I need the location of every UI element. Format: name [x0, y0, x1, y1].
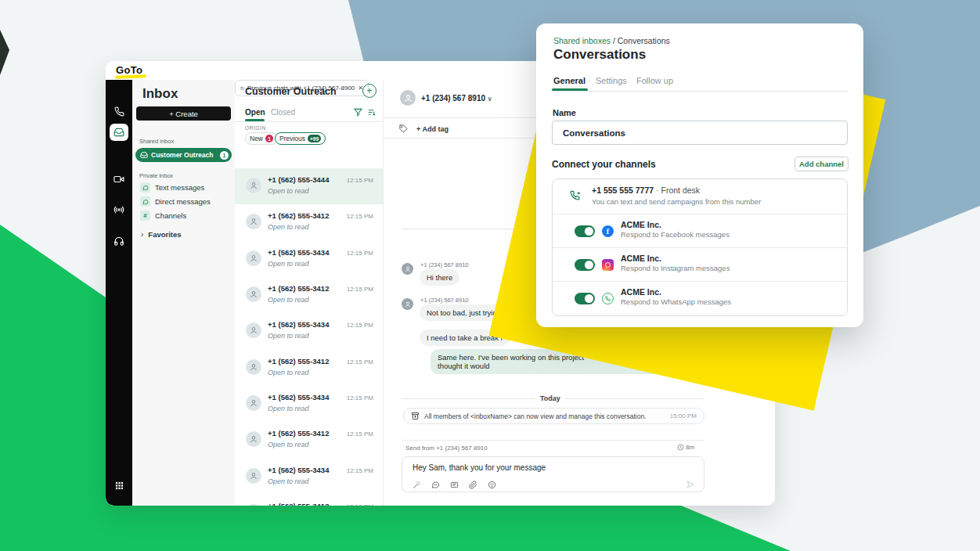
sidebar-item-direct-messages[interactable]: Direct messages: [140, 196, 211, 207]
conversation-list-item[interactable]: +1 (562) 555-3412 Open to read 12:15 PM: [235, 350, 383, 386]
origin-label: ORIGIN: [245, 125, 266, 131]
conversation-list-item[interactable]: +1 (562) 555-3412 Open to read 12:15 PM: [235, 422, 383, 458]
chip-new[interactable]: New 1: [245, 132, 278, 145]
meetings-icon[interactable]: [106, 169, 132, 189]
phone-icon[interactable]: [106, 101, 132, 121]
conversation-list-item[interactable]: +1 (562) 555-3434 Open to read 12:15 PM: [235, 386, 383, 422]
sidebar-item-text-messages[interactable]: Text messages: [140, 182, 204, 193]
name-label: Name: [553, 108, 576, 117]
contact-avatar: [246, 395, 261, 411]
nav-rail: »: [106, 80, 132, 506]
conversation-list-item[interactable]: +1 (562) 555-3412 Open to read 12:15 PM: [235, 204, 383, 240]
contact-avatar: [246, 286, 261, 302]
broadcast-icon[interactable]: [106, 200, 132, 220]
contact-avatar: [246, 468, 261, 484]
send-icon[interactable]: [686, 480, 695, 489]
phone-channel-description: You can text and send campaigns from thi…: [592, 197, 761, 206]
conversation-list-item[interactable]: +1 (562) 555-3434 Open to read 12:15 PM: [235, 313, 383, 349]
canned-response-icon[interactable]: [431, 481, 440, 489]
breadcrumb-separator: /: [613, 36, 615, 45]
conversation-list-item[interactable]: +1 (562) 555-3434 Open to read 12:15 PM: [235, 241, 383, 277]
tab-settings[interactable]: Settings: [596, 76, 627, 85]
tabs-divider: [235, 121, 383, 122]
app-grid-icon[interactable]: [106, 475, 132, 495]
message-sender: +1 (234) 567 8910: [420, 261, 469, 268]
message-avatar: [402, 263, 413, 275]
attachment-icon[interactable]: [469, 481, 477, 489]
facebook-channel-row: f ACME Inc. Respond to Facebook messages: [553, 214, 847, 248]
sort-icon[interactable]: [367, 108, 376, 117]
chip-previous[interactable]: Previous +99: [275, 132, 326, 145]
contact-avatar: [400, 90, 416, 106]
support-agent-icon[interactable]: [106, 231, 132, 251]
tabs-divider: [552, 91, 848, 92]
composer-toolbar: [413, 481, 496, 489]
message-sender: +1 (234) 567 8910: [420, 297, 469, 304]
facebook-icon: f: [602, 225, 614, 237]
channel-toggle-on[interactable]: [575, 225, 595, 237]
channel-toggle-on[interactable]: [575, 293, 595, 304]
date-divider-today: Today: [540, 394, 560, 402]
message-avatar: [402, 298, 413, 310]
name-input[interactable]: Conversations: [552, 121, 848, 145]
contact-avatar: [246, 214, 261, 229]
chat-contact-name[interactable]: +1 (234) 567 8910 ∨: [421, 94, 492, 103]
unread-badge: 1: [220, 151, 229, 160]
contact-avatar: [246, 431, 261, 447]
chat-icon: [140, 196, 150, 207]
system-message: All members of <inboxName> can now view …: [403, 408, 704, 424]
conversation-list-item[interactable]: +1 (562) 555-3412 Open to read 12:15 PM: [235, 277, 383, 313]
page-title: Conversations: [553, 47, 646, 63]
whatsapp-icon: [602, 293, 614, 304]
instagram-channel-row: ACME Inc. Respond to Instagram messages: [553, 248, 847, 282]
incoming-message: Hi there: [420, 269, 459, 286]
new-conversation-button[interactable]: +: [362, 84, 377, 98]
conversation-list-item[interactable]: +1 (562) 555-3412 Open to read 12:15 PM: [235, 495, 383, 506]
contact-avatar: [246, 359, 261, 375]
goto-logo: GoTo: [116, 64, 142, 76]
history-icon: [240, 85, 244, 92]
phone-channel-row: +1 555 555 7777 · Front desk You can tex…: [553, 179, 847, 214]
channel-toggle-on[interactable]: [575, 259, 595, 271]
send-from-label[interactable]: Send from +1 (234) 567 8910: [405, 445, 488, 452]
toggle-knob: [585, 227, 593, 236]
emoji-icon[interactable]: [488, 481, 496, 489]
clock-icon: [677, 444, 684, 451]
add-channel-button[interactable]: Add channel: [794, 157, 848, 171]
shared-inbox-label: Customer Outreach: [151, 151, 217, 159]
channels-heading: Connect your channels: [552, 159, 656, 170]
unarchive-icon: [411, 412, 420, 420]
tab-follow-up[interactable]: Follow up: [636, 76, 673, 85]
sidebar-item-customer-outreach[interactable]: Customer Outreach 1: [135, 148, 232, 162]
date-divider-line: [402, 229, 517, 229]
tab-closed[interactable]: Closed: [271, 108, 295, 117]
whatsapp-channel-row: ACME Inc. Respond to WhatsApp messages: [553, 282, 847, 315]
sidebar-item-favorites[interactable]: › Favorites: [141, 230, 182, 239]
sidebar-item-channels[interactable]: # Channels: [140, 211, 186, 221]
breadcrumb-parent-link[interactable]: Shared inboxes: [553, 36, 611, 45]
message-composer[interactable]: Hey Sam, thank you for your message: [402, 456, 704, 492]
chevron-right-icon: ›: [141, 230, 143, 239]
conversation-list-item[interactable]: +1 (562) 555-3434 Open to read 12:15 PM: [235, 459, 383, 495]
timer-indicator: 8m: [677, 444, 694, 451]
shared-inbox-section-label: Shared inbox: [139, 138, 174, 145]
contact-avatar: [246, 322, 261, 338]
add-tag-button[interactable]: + Add tag: [416, 125, 449, 133]
date-divider-line: [402, 398, 535, 399]
filter-icon[interactable]: [354, 108, 362, 117]
tab-open[interactable]: Open: [245, 108, 265, 117]
phone-channel-icon: [570, 190, 582, 202]
ai-compose-icon[interactable]: [413, 481, 421, 489]
inbox-settings-card: Shared inboxes / Conversations Conversat…: [536, 23, 863, 327]
phone-channel-title: +1 555 555 7777 · Front desk: [592, 185, 700, 195]
hash-icon: #: [140, 211, 150, 221]
inbox-icon-active[interactable]: [110, 124, 128, 141]
tab-general[interactable]: General: [553, 76, 585, 85]
conversation-list-item[interactable]: +1 (562) 555-3444 Open to read 12:15 PM: [235, 168, 383, 204]
toggle-knob: [585, 294, 593, 303]
contact-avatar: [246, 250, 261, 266]
create-button[interactable]: + Create: [136, 106, 231, 121]
private-inbox-section-label: Private inbox: [139, 172, 173, 179]
template-icon[interactable]: [450, 481, 459, 489]
composer-input[interactable]: Hey Sam, thank you for your message: [413, 463, 546, 472]
